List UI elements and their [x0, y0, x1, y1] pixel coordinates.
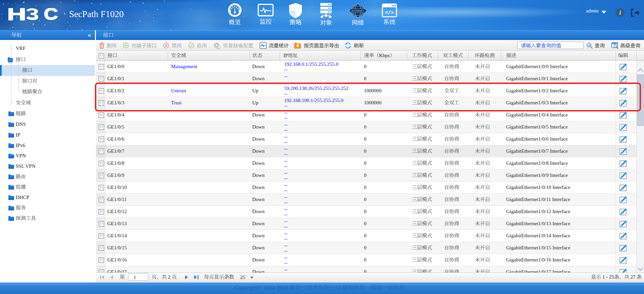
svg-text:INTERNET: INTERNET — [352, 10, 365, 12]
svg-text:</>: </> — [385, 10, 393, 15]
svg-text:i: i — [619, 9, 621, 16]
